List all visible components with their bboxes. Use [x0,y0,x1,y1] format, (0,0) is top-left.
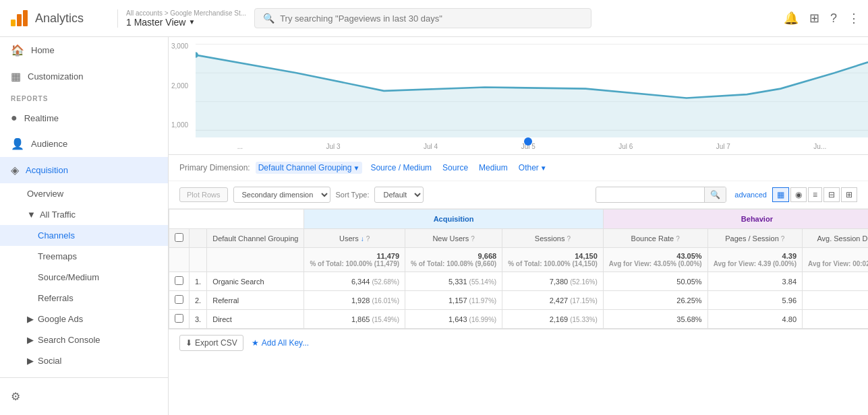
chart-view-button[interactable]: ◉ [790,187,807,202]
dim-option-medium[interactable]: Medium [476,162,511,174]
advanced-link[interactable]: advanced [734,191,767,199]
table-search-button[interactable]: 🔍 [704,187,726,202]
search-input[interactable] [280,13,583,24]
sidebar-item-social[interactable]: ▶ Social [0,350,168,371]
th-bounce-rate[interactable]: Bounce Rate ? [603,229,707,248]
view-icons: ▦ ◉ ≡ ⊟ ⊞ [772,187,857,202]
th-sessions[interactable]: Sessions ? [502,229,604,248]
search-bar[interactable]: 🔍 [254,8,591,28]
lifecycle-view-button[interactable]: ⊞ [841,187,857,202]
social-expand-icon: ▶ [27,356,34,366]
select-all-checkbox[interactable] [175,233,183,242]
chart-x-label-jul3: Jul 3 [326,143,341,150]
row1-sessions: 7,380 (52.16%) [502,272,604,291]
th-checkbox [169,229,190,248]
dim-other-chevron: ▼ [540,164,547,172]
reports-section-label: REPORTS [0,90,168,105]
total-bounce-rate-cell: 43.05% Avg for View: 43.05% (0.00%) [603,248,707,272]
secondary-dimension-select[interactable]: Secondary dimension [233,187,330,203]
column-headers-row: Default Channel Grouping Users ↓ ? New U… [169,229,869,248]
row2-channel[interactable]: Referral [207,291,304,310]
svg-rect-1 [17,14,22,26]
total-checkbox-cell [169,248,190,272]
th-avg-session[interactable]: Avg. Session Duration ? [803,229,868,248]
notifications-icon[interactable]: 🔔 [784,11,799,26]
dim-option-default-channel[interactable]: Default Channel Grouping ▼ [256,162,363,174]
row2-checkbox[interactable] [169,291,190,310]
audience-icon: 👤 [11,137,24,150]
group-header-row: Acquisition Behavior Conversions eCommer… [169,210,869,229]
dim-option-other[interactable]: Other ▼ [516,162,550,174]
table-row: 2. Referral 1,928 (16.01%) 1,157 (11.97%… [169,291,869,310]
row1-channel[interactable]: Organic Search [207,272,304,291]
sidebar-item-source-medium[interactable]: Source/Medium [0,267,168,288]
sidebar-audience-label: Audience [31,139,67,149]
row2-bounce-rate: 26.25% [603,291,707,310]
sidebar-item-channels[interactable]: Channels [0,225,168,246]
row3-new-users: 1,643 (16.99%) [405,310,502,329]
total-sessions-cell: 14,150 % of Total: 100.00% (14,150) [502,248,604,272]
all-traffic-expand-icon: ▼ [27,210,36,220]
export-bar: ⬇ Export CSV ★ Add All Key... [169,329,868,356]
sort-type-label: Sort Type: [336,191,370,199]
row3-avg-session: 00:03... [803,310,868,329]
sidebar-item-search-console[interactable]: ▶ Search Console [0,329,168,350]
row1-avg-session: 00:02:36 [803,272,868,291]
view-selector-chevron: ▼ [188,18,195,26]
dim-option-source[interactable]: Source [440,162,471,174]
dim-option-source-medium[interactable]: Source / Medium [368,162,434,174]
chart-y-label-1000: 1,000 [171,121,193,129]
sidebar-item-settings[interactable]: ⚙ [0,383,168,410]
sidebar-item-overview[interactable]: Overview [0,183,168,204]
plot-rows-button[interactable]: Plot Rows [179,187,228,202]
sort-type-select[interactable]: Default [374,187,424,203]
chart-x-label-end: Ju... [813,143,826,150]
view-selector[interactable]: 1 Master View ▼ [126,17,246,28]
row3-checkbox[interactable] [169,310,190,329]
pivot-view-button[interactable]: ⊟ [823,187,840,202]
row2-new-users: 1,157 (11.97%) [405,291,502,310]
row3-channel[interactable]: Direct [207,310,304,329]
acquisition-icon: ◈ [11,164,19,177]
row3-users: 1,865 (15.49%) [304,310,405,329]
home-icon: 🏠 [11,44,24,57]
total-channel-cell [207,248,304,272]
star-icon: ★ [252,338,259,348]
row2-users: 1,928 (16.01%) [304,291,405,310]
apps-icon[interactable]: ⊞ [809,11,819,26]
main-layout: 🏠 Home ▦ Customization REPORTS ● Realtim… [0,37,868,415]
sidebar-item-google-ads[interactable]: ▶ Google Ads [0,309,168,329]
row3-bounce-rate: 35.68% [603,310,707,329]
table-view-button[interactable]: ▦ [772,187,789,202]
row1-pages-session: 3.84 [707,272,802,291]
row3-sessions: 2,169 (15.33%) [502,310,604,329]
table-search[interactable]: 🔍 [596,187,726,203]
sidebar-item-all-traffic[interactable]: ▼ All Traffic [0,204,168,225]
logo-text: Analytics [35,11,84,26]
sidebar-item-audience[interactable]: 👤 Audience [0,131,168,157]
svg-rect-0 [11,20,16,26]
th-users[interactable]: Users ↓ ? [304,229,405,248]
table-search-input[interactable] [596,188,704,201]
sidebar-item-home[interactable]: 🏠 Home [0,37,168,63]
compare-view-button[interactable]: ≡ [808,187,822,202]
search-icon: 🔍 [263,13,274,24]
add-all-key-button[interactable]: ★ Add All Key... [252,338,309,348]
chart-x-label-jul4: Jul 4 [424,143,438,150]
sidebar-item-acquisition[interactable]: ◈ Acquisition [0,157,168,183]
sidebar-item-treemaps[interactable]: Treemaps [0,246,168,267]
sidebar-item-realtime[interactable]: ● Realtime [0,105,168,131]
th-new-users[interactable]: New Users ? [405,229,502,248]
sidebar-item-referrals[interactable]: Referrals [0,288,168,309]
export-csv-button[interactable]: ⬇ Export CSV [179,335,243,351]
settings-icon[interactable]: ⋮ [848,11,860,26]
th-pages-session[interactable]: Pages / Session ? [707,229,802,248]
help-icon[interactable]: ? [830,11,837,26]
data-table-container: Acquisition Behavior Conversions eCommer… [169,209,868,329]
row1-checkbox[interactable] [169,272,190,291]
sidebar-acquisition-label: Acquisition [26,165,68,175]
chart-area: 3,000 2,000 1,000 [169,37,868,155]
sidebar-item-customization[interactable]: ▦ Customization [0,63,168,90]
svg-rect-2 [23,10,28,26]
total-new-users-cell: 9,668 % of Total: 100.08% (9,660) [405,248,502,272]
